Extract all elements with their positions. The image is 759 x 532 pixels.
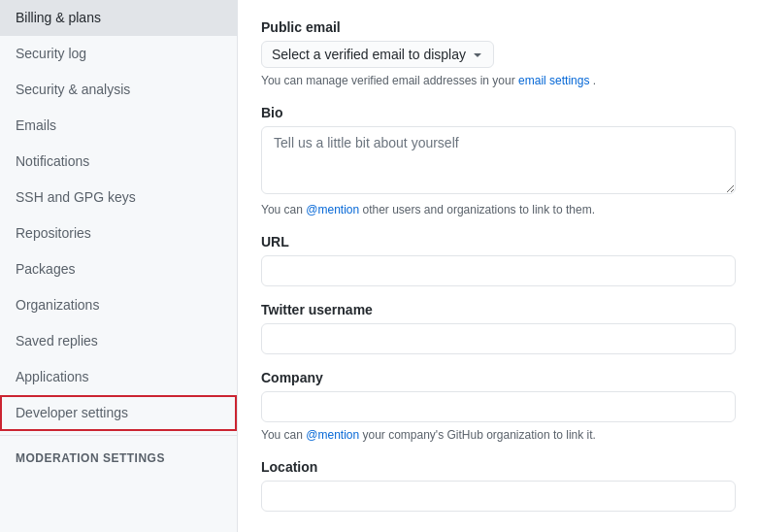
sidebar-item-applications[interactable]: Applications <box>0 359 237 395</box>
url-group: URL <box>261 234 736 286</box>
bio-hint-mention: @mention <box>306 203 359 216</box>
public-email-hint-suffix: . <box>593 74 596 87</box>
public-email-group: Public email Select a verified email to … <box>261 19 736 89</box>
sidebar-item-packages[interactable]: Packages <box>0 251 237 287</box>
sidebar-item-repositories[interactable]: Repositories <box>0 216 237 251</box>
bio-textarea[interactable] <box>261 126 736 194</box>
sidebar-item-ssh-gpg[interactable]: SSH and GPG keys <box>0 180 237 216</box>
sidebar: Billing & plans Security log Security & … <box>0 0 238 532</box>
bio-group: Bio You can @mention other users and org… <box>261 105 736 218</box>
twitter-input[interactable] <box>261 323 736 354</box>
sidebar-item-billing[interactable]: Billing & plans <box>0 0 237 36</box>
bio-hint-suffix: other users and organizations to link to… <box>363 203 595 216</box>
email-settings-link[interactable]: email settings <box>518 74 589 87</box>
sidebar-section-moderation: Moderation settings <box>0 444 237 473</box>
sidebar-item-emails[interactable]: Emails <box>0 108 237 144</box>
main-content: Public email Select a verified email to … <box>238 0 759 532</box>
twitter-label: Twitter username <box>261 302 736 317</box>
public-email-hint-text: You can manage verified email addresses … <box>261 74 515 87</box>
sidebar-item-developer-settings[interactable]: Developer settings <box>0 395 237 431</box>
url-input[interactable] <box>261 255 736 286</box>
sidebar-item-security-log[interactable]: Security log <box>0 36 237 72</box>
bio-label: Bio <box>261 105 736 120</box>
bio-hint: You can @mention other users and organiz… <box>261 201 736 218</box>
public-email-hint: You can manage verified email addresses … <box>261 72 736 89</box>
public-email-label: Public email <box>261 19 736 35</box>
location-group: Location <box>261 459 736 512</box>
url-label: URL <box>261 234 736 249</box>
company-hint-suffix: your company's GitHub organization to li… <box>363 428 596 442</box>
sidebar-item-saved-replies[interactable]: Saved replies <box>0 323 237 359</box>
company-group: Company You can @mention your company's … <box>261 370 736 444</box>
public-email-select[interactable]: Select a verified email to display <box>261 41 494 68</box>
company-hint: You can @mention your company's GitHub o… <box>261 426 736 444</box>
bio-hint-prefix: You can <box>261 203 303 216</box>
company-hint-mention: @mention <box>306 428 359 442</box>
location-input[interactable] <box>261 481 736 512</box>
twitter-group: Twitter username <box>261 302 736 354</box>
sidebar-divider <box>0 435 237 436</box>
sidebar-item-organizations[interactable]: Organizations <box>0 287 237 323</box>
company-input[interactable] <box>261 391 736 422</box>
company-hint-prefix: You can <box>261 428 303 442</box>
company-label: Company <box>261 370 736 385</box>
sidebar-item-security-analysis[interactable]: Security & analysis <box>0 72 237 108</box>
sidebar-item-notifications[interactable]: Notifications <box>0 144 237 180</box>
location-label: Location <box>261 459 736 475</box>
